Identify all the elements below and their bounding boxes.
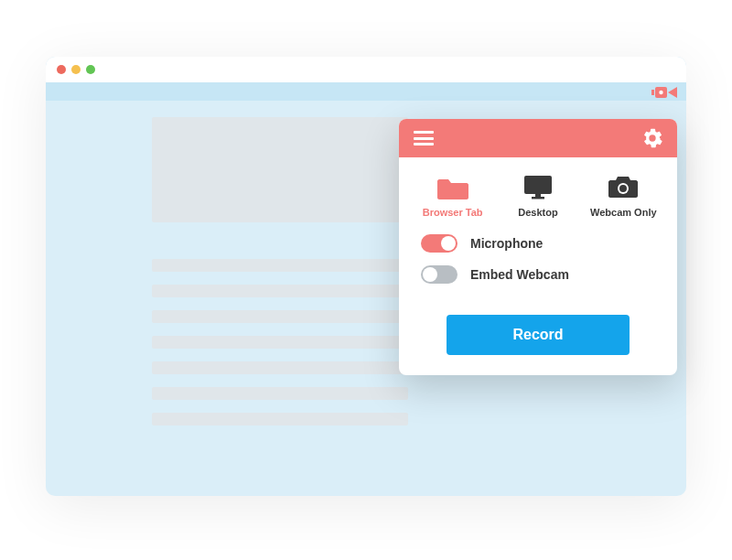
toggle-section: Microphone Embed Webcam: [399, 227, 677, 311]
mode-label: Desktop: [518, 207, 557, 218]
toggle-label: Microphone: [470, 236, 543, 251]
skeleton-line: [152, 413, 408, 425]
skeleton-line: [152, 285, 408, 297]
svg-rect-3: [524, 176, 552, 194]
record-button[interactable]: Record: [447, 315, 630, 355]
toggle-switch-icon: [421, 234, 458, 253]
mode-webcam-only[interactable]: Webcam Only: [584, 174, 662, 218]
hamburger-icon: [414, 131, 434, 134]
toggle-switch-icon: [421, 265, 458, 284]
svg-rect-2: [651, 90, 654, 95]
microphone-toggle[interactable]: Microphone: [421, 234, 655, 253]
window-minimize-icon[interactable]: [71, 65, 81, 74]
svg-rect-4: [535, 194, 541, 197]
record-extension-icon: [651, 84, 679, 101]
skeleton-line: [152, 361, 408, 374]
window-maximize-icon[interactable]: [86, 65, 95, 74]
menu-button[interactable]: [414, 131, 434, 145]
gear-icon[interactable]: [642, 128, 662, 148]
skeleton-line: [152, 387, 408, 400]
camera-icon: [608, 174, 639, 199]
mode-selector: Browser Tab Desktop Webcam Only: [399, 157, 677, 227]
recorder-popup: Browser Tab Desktop Webcam Only Micropho…: [399, 119, 677, 375]
skeleton-line: [152, 310, 408, 323]
window-title-bar: [46, 57, 686, 82]
extension-button[interactable]: [650, 84, 681, 101]
folder-icon: [437, 174, 468, 199]
skeleton-line: [152, 336, 408, 349]
svg-rect-5: [532, 197, 544, 199]
svg-point-1: [659, 91, 662, 94]
mode-label: Browser Tab: [423, 207, 483, 218]
embed-webcam-toggle[interactable]: Embed Webcam: [421, 265, 655, 284]
toggle-label: Embed Webcam: [470, 267, 569, 282]
popup-header: [399, 119, 677, 157]
mode-label: Webcam Only: [590, 207, 657, 218]
window-close-icon[interactable]: [57, 65, 66, 74]
mode-desktop[interactable]: Desktop: [499, 174, 577, 218]
monitor-icon: [522, 174, 554, 199]
svg-point-7: [619, 185, 627, 192]
mode-browser-tab[interactable]: Browser Tab: [414, 174, 492, 218]
skeleton-line: [152, 259, 408, 272]
skeleton-block: [152, 117, 408, 222]
url-bar[interactable]: [46, 82, 686, 101]
